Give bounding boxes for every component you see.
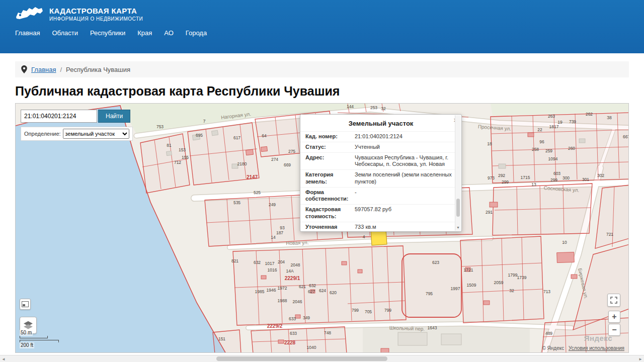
popup-row-value: 21:01:040201:2124	[355, 133, 455, 140]
nav-item-oblasti[interactable]: Области	[52, 29, 78, 37]
parcel-info-popup: × Земельный участок Кад. номер:21:01:040…	[300, 114, 462, 232]
site-title: КАДАСТРОВАЯ КАРТА	[49, 7, 143, 15]
map-scale: 50 m 200 ft	[20, 330, 59, 348]
search-button[interactable]: Найти	[98, 110, 130, 123]
popup-scrollbar[interactable]: ▼	[455, 115, 461, 231]
nav-item-goroda[interactable]: Города	[186, 29, 207, 37]
breadcrumb-current: Республика Чувашия	[66, 66, 130, 73]
scale-metric-label: 50 m	[20, 330, 33, 336]
large-parcel-outline	[402, 254, 461, 317]
horizontal-scrollbar[interactable]: ◄ ►	[0, 355, 644, 362]
layers-icon	[23, 320, 34, 330]
cadastral-search-input[interactable]	[21, 110, 97, 123]
logo-russia-map	[15, 5, 43, 23]
popup-row-value: Чувашская Республика - Чувашия, г. Чебок…	[355, 154, 455, 168]
popup-row-label: Форма собственности:	[305, 189, 355, 203]
object-type-select[interactable]: земельный участок	[63, 129, 129, 139]
popup-row: Кад. номер:21:01:040201:2124	[300, 131, 455, 142]
popup-row-label: Кад. номер:	[305, 133, 355, 140]
popup-row: Категория земель:Земли поселений (земли …	[300, 169, 455, 187]
nav-item-glavnaya[interactable]: Главная	[15, 29, 40, 37]
popup-row-value: Учтенный	[355, 144, 455, 151]
scroll-right-arrow-icon[interactable]: ►	[637, 355, 644, 362]
popup-row-value: 733 кв.м	[355, 224, 455, 231]
popup-row-label: Кадастровая стоимость:	[305, 206, 355, 220]
minimap-icon	[22, 301, 29, 307]
object-type-label: Определение:	[24, 131, 61, 137]
popup-row-label: Уточненная площадь:	[305, 224, 355, 231]
fullscreen-button[interactable]	[607, 294, 620, 307]
yandex-watermark: Яндекс	[584, 334, 612, 342]
popup-row: Кадастровая стоимость:597057.82 руб	[300, 204, 455, 222]
site-subtitle: ИНФОРМАЦИЯ О НЕДВИЖИМОСТИ	[49, 16, 143, 22]
scale-imperial-label: 200 ft	[20, 342, 34, 348]
main-nav: ГлавнаяОбластиРеспубликиКраяАОГорода	[15, 23, 644, 37]
map-attribution: © Яндекс Условия использования	[542, 345, 624, 351]
copyright-label: © Яндекс	[542, 345, 564, 351]
popup-row-label: Категория земель:	[305, 171, 355, 186]
zoom-in-button[interactable]: +	[608, 311, 620, 323]
breadcrumb: Главная / Республика Чувашия	[15, 61, 629, 77]
popup-row-label: Адрес:	[305, 154, 355, 168]
terms-of-use-link[interactable]: Условия использования	[569, 345, 624, 351]
breadcrumb-home-link[interactable]: Главная	[31, 66, 56, 73]
scale-metric-bar	[20, 336, 48, 338]
page-title: Публичная кадастровая карта Республики Ч…	[15, 84, 629, 99]
brand: КАДАСТРОВАЯ КАРТА ИНФОРМАЦИЯ О НЕДВИЖИМО…	[15, 5, 644, 23]
scroll-left-arrow-icon[interactable]: ◄	[0, 355, 7, 362]
breadcrumb-separator: /	[60, 66, 62, 73]
location-pin-icon	[21, 65, 27, 73]
nav-item-kraya[interactable]: Края	[137, 29, 152, 37]
fullscreen-icon	[610, 297, 617, 304]
popup-row: Уточненная площадь:733 кв.м	[300, 222, 455, 231]
popup-row-label: Статус:	[305, 144, 355, 151]
popup-title: Земельный участок	[300, 115, 461, 131]
horizontal-scrollbar-thumb[interactable]	[216, 356, 387, 361]
popup-row-value: -	[355, 189, 455, 203]
search-panel: Найти	[21, 110, 130, 123]
popup-row: Адрес:Чувашская Республика - Чувашия, г.…	[300, 152, 455, 170]
scroll-down-arrow-icon[interactable]: ▼	[455, 225, 461, 230]
popup-row-value: 597057.82 руб	[355, 206, 455, 220]
popup-row: Форма собственности:-	[300, 187, 455, 205]
site-header: КАДАСТРОВАЯ КАРТА ИНФОРМАЦИЯ О НЕДВИЖИМО…	[0, 0, 644, 53]
map-container[interactable]: Нагорная ул.Просечная ул.Сосновская ул.Н…	[15, 103, 629, 353]
brand-text: КАДАСТРОВАЯ КАРТА ИНФОРМАЦИЯ О НЕДВИЖИМО…	[49, 7, 143, 22]
popup-rows: Кад. номер:21:01:040201:2124Статус:Учтен…	[300, 131, 455, 231]
filter-panel: Определение: земельный участок	[21, 127, 133, 141]
nav-item-ao[interactable]: АО	[164, 29, 174, 37]
popup-scrollbar-thumb[interactable]	[456, 199, 460, 217]
popup-row: Статус:Учтенный	[300, 142, 455, 152]
nav-item-respubliki[interactable]: Республики	[90, 29, 125, 37]
minimap-toggle-button[interactable]	[20, 299, 31, 310]
popup-row-value: Земли поселений (земли населенных пункто…	[355, 171, 455, 186]
